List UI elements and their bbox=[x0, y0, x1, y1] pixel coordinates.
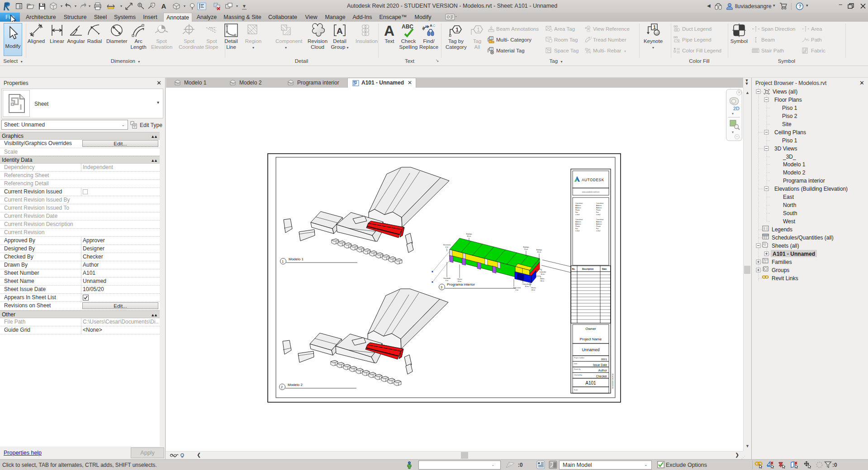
svg-text:58 m²: 58 m² bbox=[540, 280, 545, 282]
svg-text:30 m²: 30 m² bbox=[525, 286, 529, 287]
svg-text:Programa interior: Programa interior bbox=[447, 282, 475, 287]
svg-text:e-mail: e-mail bbox=[596, 230, 600, 232]
svg-text:A101 - Unnamed: A101 - Unnamed bbox=[773, 251, 815, 257]
svg-text:Project number: Project number bbox=[574, 357, 585, 359]
svg-text:Programa interior: Programa interior bbox=[783, 178, 825, 184]
svg-text:Checked by: Checked by bbox=[574, 374, 582, 376]
svg-text:www.autodesk.com/revit: www.autodesk.com/revit bbox=[582, 191, 600, 193]
svg-text:A: A bbox=[337, 26, 343, 36]
svg-text:West: West bbox=[783, 218, 796, 225]
svg-text:Address: Address bbox=[596, 205, 602, 207]
svg-text:Author: Author bbox=[598, 369, 607, 372]
svg-text:65 m²: 65 m² bbox=[467, 235, 471, 237]
svg-text:Checker: Checker bbox=[596, 375, 607, 378]
svg-text:Guardado: Guardado bbox=[443, 277, 451, 279]
svg-text:Bodega: Bodega bbox=[466, 233, 472, 235]
svg-text:AUTODESK: AUTODESK bbox=[582, 178, 604, 182]
svg-text:Issue Date: Issue Date bbox=[593, 363, 607, 367]
svg-text:Phone: Phone bbox=[575, 209, 580, 211]
svg-text:Bolsa: Bolsa bbox=[541, 278, 545, 280]
svg-text:No.: No. bbox=[572, 268, 575, 270]
svg-text:_3D_: _3D_ bbox=[783, 154, 796, 160]
svg-text:Address: Address bbox=[596, 221, 602, 223]
svg-text:Unnamed: Unnamed bbox=[582, 348, 599, 352]
svg-text:Modelo 1: Modelo 1 bbox=[783, 161, 806, 168]
svg-text:2: 2 bbox=[281, 385, 283, 389]
svg-text:Consultant: Consultant bbox=[596, 219, 603, 221]
svg-text:Phone: Phone bbox=[596, 226, 601, 227]
svg-text:4 m²: 4 m² bbox=[515, 289, 519, 291]
svg-text:Address: Address bbox=[575, 223, 581, 225]
svg-text:Date: Date bbox=[574, 363, 577, 365]
svg-text:1: 1 bbox=[490, 47, 492, 51]
svg-text:Consultant: Consultant bbox=[575, 202, 583, 204]
svg-text:1: 1 bbox=[653, 24, 656, 30]
svg-text:Modelo 1: Modelo 1 bbox=[289, 257, 304, 261]
svg-text:70 m²: 70 m² bbox=[524, 249, 528, 250]
svg-text:South: South bbox=[783, 210, 797, 216]
svg-text:?: ? bbox=[798, 4, 801, 9]
svg-text:3 m²: 3 m² bbox=[445, 280, 449, 282]
svg-text:Project Name: Project Name bbox=[580, 337, 602, 341]
svg-text:Drawn by: Drawn by bbox=[574, 368, 581, 370]
svg-text:Families: Families bbox=[772, 259, 792, 265]
svg-text:Legends: Legends bbox=[772, 226, 792, 233]
svg-text:1: 1 bbox=[282, 260, 284, 263]
svg-text:Comedor: Comedor bbox=[540, 271, 547, 273]
svg-text:Bodega: Bodega bbox=[536, 249, 542, 251]
svg-text:Bodega: Bodega bbox=[523, 246, 529, 248]
svg-text:Fax: Fax bbox=[596, 228, 599, 230]
svg-text:Owner: Owner bbox=[585, 327, 596, 331]
svg-text:Site: Site bbox=[782, 121, 792, 127]
svg-text:Scale: Scale bbox=[574, 389, 578, 391]
svg-text:40 m²: 40 m² bbox=[541, 273, 545, 275]
svg-text:Views (all): Views (all) bbox=[773, 89, 797, 95]
svg-text:Address: Address bbox=[596, 207, 602, 209]
svg-text:Ceiling Plans: Ceiling Plans bbox=[774, 129, 806, 136]
svg-text:Oficina: Oficina bbox=[531, 287, 536, 289]
svg-text:18 m²: 18 m² bbox=[531, 289, 536, 291]
svg-text:Phone: Phone bbox=[596, 209, 601, 211]
svg-text:ABC: ABC bbox=[402, 24, 413, 30]
svg-text:Revit Links: Revit Links bbox=[772, 275, 798, 282]
svg-text:Fax: Fax bbox=[575, 212, 578, 213]
svg-text:Address: Address bbox=[575, 205, 581, 207]
svg-text:Piso 1: Piso 1 bbox=[782, 137, 797, 144]
svg-text:Fax: Fax bbox=[596, 212, 599, 213]
svg-text:Sala crisis: Sala crisis bbox=[513, 287, 521, 289]
svg-text:Piso 1: Piso 1 bbox=[782, 105, 797, 111]
svg-text:Floor Plans: Floor Plans bbox=[774, 97, 802, 103]
svg-text:1: 1 bbox=[455, 26, 459, 33]
svg-text:e-mail: e-mail bbox=[596, 214, 600, 216]
svg-text:Address: Address bbox=[575, 221, 581, 223]
svg-text:Consultant: Consultant bbox=[575, 219, 583, 221]
svg-text:e-mail: e-mail bbox=[575, 230, 579, 232]
svg-text:1: 1 bbox=[490, 37, 492, 40]
svg-text:0001: 0001 bbox=[601, 358, 607, 361]
svg-text:A101: A101 bbox=[585, 381, 596, 385]
svg-text:C: C bbox=[433, 24, 435, 27]
svg-text:e-mail: e-mail bbox=[575, 214, 579, 216]
svg-text:A: A bbox=[430, 24, 432, 28]
svg-text:1: 1 bbox=[477, 26, 480, 33]
svg-text:Piso 2: Piso 2 bbox=[782, 113, 797, 119]
svg-text:Sheets (all): Sheets (all) bbox=[772, 243, 799, 249]
svg-text:Schedules/Quantities (all): Schedules/Quantities (all) bbox=[772, 235, 834, 241]
svg-text:Date: Date bbox=[602, 268, 607, 270]
svg-text:Elevations (Building Elevation: Elevations (Building Elevation) bbox=[774, 186, 848, 192]
svg-text:65 m²: 65 m² bbox=[537, 251, 541, 253]
svg-text:Groups: Groups bbox=[772, 267, 789, 273]
svg-text:4 m²: 4 m² bbox=[445, 246, 449, 248]
svg-text:Phone: Phone bbox=[575, 226, 580, 227]
svg-text:05/10/2020 18:26:34: 05/10/2020 18:26:34 bbox=[612, 374, 614, 389]
svg-text:3: 3 bbox=[441, 286, 442, 289]
svg-text:A: A bbox=[384, 23, 394, 38]
svg-text:3D Views: 3D Views bbox=[774, 146, 797, 152]
svg-text:Description: Description bbox=[582, 268, 593, 270]
svg-text:East: East bbox=[783, 194, 794, 200]
svg-text:Modelo 2: Modelo 2 bbox=[783, 169, 806, 176]
svg-text:Oficina: Oficina bbox=[457, 278, 462, 280]
svg-text:Consultant: Consultant bbox=[596, 202, 603, 204]
svg-text:18 m²: 18 m² bbox=[457, 281, 462, 282]
svg-text:North: North bbox=[783, 202, 796, 208]
